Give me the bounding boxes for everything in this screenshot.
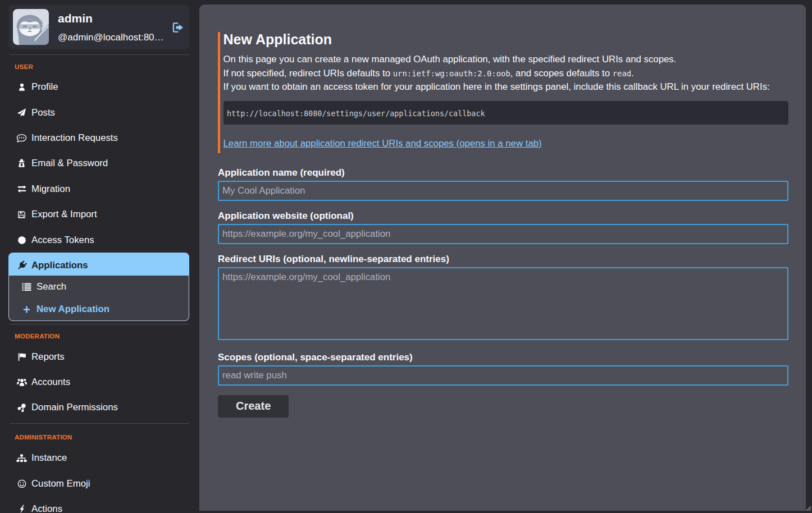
field-scopes: Scopes (optional, space-separated entrie…: [218, 352, 788, 386]
sidebar-item-email-password[interactable]: Email & Password: [8, 151, 189, 176]
divider: [10, 324, 189, 324]
sidebar-item-new-application[interactable]: New Application: [9, 298, 189, 320]
sidebar-item-label: Domain Permissions: [31, 401, 118, 414]
divider: [10, 54, 189, 55]
applications-submenu: Search New Application: [8, 276, 189, 321]
sidebar-item-applications[interactable]: Applications: [8, 253, 189, 276]
exchange-icon: [16, 184, 28, 194]
create-button[interactable]: Create: [218, 395, 289, 418]
nav-moderation-section: ReportsAccountsDomain Permissions: [8, 344, 189, 420]
list-icon: [21, 282, 33, 292]
sidebar-item-reports[interactable]: Reports: [8, 344, 189, 369]
sidebar-item-label: Custom Emoji: [31, 478, 90, 490]
application-website-label: Application website (optional): [218, 210, 788, 222]
certificate-icon: [16, 235, 28, 245]
application-name-input[interactable]: [218, 181, 788, 201]
sidebar-item-label: Migration: [31, 183, 70, 195]
section-title-administration: ADMINISTRATION: [15, 433, 189, 441]
inline-code-oob: urn:ietf:wg:oauth:2.0:oob: [393, 69, 510, 78]
flag-icon: [16, 352, 28, 362]
redirect-uris-textarea[interactable]: [218, 267, 788, 340]
user-info: admin @admin@localhost:80…: [58, 11, 172, 45]
intro-line-3: If you want to obtain an access token fo…: [223, 80, 789, 94]
nav-administration-section: InstanceCustom EmojiActions: [8, 446, 189, 513]
sidebar-item-accounts[interactable]: Accounts: [8, 369, 189, 395]
plus-icon: [21, 305, 33, 314]
sidebar-item-label: Access Tokens: [31, 234, 94, 246]
sidebar-item-domain-permissions[interactable]: Domain Permissions: [8, 395, 189, 420]
logout-icon[interactable]: [172, 22, 184, 45]
field-redirect-uris: Redirect URIs (optional, newline-separat…: [218, 254, 788, 340]
sidebar-item-label: Accounts: [31, 376, 70, 388]
user-secret-icon: [16, 158, 28, 168]
learn-more-link[interactable]: Learn more about application redirect UR…: [223, 137, 542, 151]
user-icon: [16, 82, 28, 92]
sidebar-item-migration[interactable]: Migration: [8, 176, 189, 201]
intro-line-2: If not specified, redirect URIs defaults…: [223, 67, 789, 81]
hubzilla-icon: [16, 402, 28, 413]
user-card[interactable]: admin @admin@localhost:80…: [8, 4, 189, 49]
sidebar-item-instance[interactable]: Instance: [8, 446, 189, 471]
redirect-uris-label: Redirect URIs (optional, newline-separat…: [218, 254, 788, 265]
page-title: New Application: [223, 32, 789, 47]
window-resize-grip[interactable]: [805, 505, 811, 511]
field-website: Application website (optional): [218, 210, 788, 244]
sidebar-item-label: Export & Import: [31, 208, 97, 221]
paper-plane-icon: [16, 108, 28, 118]
gotosocial-settings-page: { "theme": { "background": "#27272c", "c…: [0, 0, 812, 513]
sidebar-item-applications-block: Applications Search New Application: [8, 253, 189, 321]
sidebar: admin @admin@localhost:80… USER ProfileP…: [0, 0, 199, 513]
sidebar-nav: USER ProfilePostsInteraction RequestsEma…: [8, 62, 189, 513]
sidebar-item-label: Interaction Requests: [31, 132, 118, 144]
nav-user-section: ProfilePostsInteraction RequestsEmail & …: [8, 75, 189, 253]
main-content: New Application On this page you can cre…: [199, 4, 806, 511]
section-title-user: USER: [15, 62, 189, 71]
sidebar-item-label: Email & Password: [31, 157, 108, 170]
sidebar-item-export-import[interactable]: Export & Import: [8, 201, 189, 227]
username: admin: [58, 11, 172, 26]
sidebar-item-label: Reports: [31, 351, 65, 363]
sidebar-item-interaction-requests[interactable]: Interaction Requests: [8, 125, 189, 150]
application-website-input[interactable]: [218, 224, 788, 244]
sidebar-item-custom-emoji[interactable]: Custom Emoji: [8, 471, 189, 496]
application-name-label: Application name (required): [218, 167, 788, 178]
callback-url-code: http://localhost:8080/settings/user/appl…: [223, 101, 789, 125]
inline-code-read: read: [613, 69, 631, 78]
field-name: Application name (required): [218, 167, 788, 201]
intro-line-1: On this page you can create a new manage…: [223, 53, 789, 67]
sidebar-item-label: Applications: [31, 259, 88, 272]
sidebar-item-access-tokens[interactable]: Access Tokens: [8, 227, 189, 253]
divider: [10, 423, 189, 424]
sidebar-item-profile[interactable]: Profile: [8, 75, 189, 100]
sidebar-item-actions[interactable]: Actions: [8, 496, 189, 513]
floppy-disk-icon: [16, 209, 28, 219]
smile-icon: [16, 479, 28, 489]
sidebar-item-posts[interactable]: Posts: [8, 100, 189, 125]
sitemap-icon: [16, 453, 28, 463]
avatar: [13, 9, 49, 45]
intro-block: New Application On this page you can cre…: [218, 32, 788, 153]
sidebar-item-label: Search: [37, 281, 66, 293]
scopes-label: Scopes (optional, space-separated entrie…: [218, 352, 788, 363]
sidebar-item-search[interactable]: Search: [9, 276, 189, 298]
bolt-icon: [16, 504, 28, 513]
sidebar-item-label: Actions: [31, 503, 62, 513]
new-application-form: Application name (required) Application …: [218, 167, 788, 418]
section-title-moderation: MODERATION: [15, 332, 189, 340]
users-icon: [16, 377, 28, 387]
plug-icon: [16, 260, 28, 271]
comment-dots-icon: [16, 133, 28, 143]
sidebar-item-label: Instance: [31, 452, 67, 464]
sidebar-item-label: New Application: [37, 303, 110, 315]
scopes-input[interactable]: [218, 365, 788, 386]
sidebar-item-label: Posts: [31, 107, 55, 119]
sidebar-item-label: Profile: [31, 81, 58, 93]
user-handle: @admin@localhost:80…: [58, 30, 172, 44]
